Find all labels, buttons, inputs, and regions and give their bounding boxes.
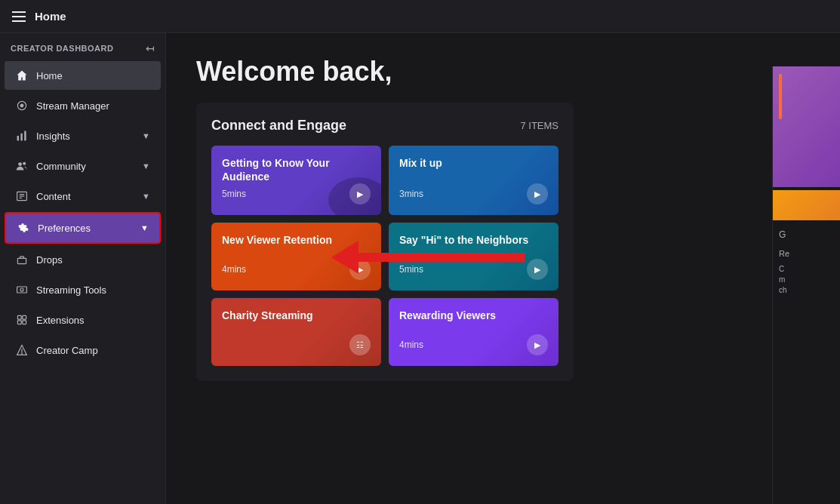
sidebar-item-community-label: Community — [36, 161, 134, 172]
card-new-viewer-duration: 4mins — [222, 264, 246, 275]
sidebar-item-streaming-tools[interactable]: Streaming Tools — [5, 275, 161, 304]
svg-rect-18 — [17, 315, 21, 319]
content-chevron-icon: ▼ — [142, 192, 150, 201]
right-panel-text-1: G — [773, 223, 840, 246]
sidebar-item-extensions[interactable]: Extensions — [5, 306, 161, 334]
svg-rect-20 — [17, 321, 21, 324]
welcome-heading: Welcome back, — [166, 33, 840, 103]
sidebar-item-preferences-label: Preferences — [38, 223, 133, 234]
card-rewarding-viewers-duration: 4mins — [399, 340, 423, 350]
community-chevron-icon: ▼ — [142, 161, 150, 171]
sidebar: CREATOR DASHBOARD ↤ Home Stream Manager … — [0, 33, 166, 504]
sidebar-item-content[interactable]: Content ▼ — [5, 182, 161, 211]
card-mix-it-up-duration: 3mins — [399, 189, 423, 199]
topbar: Home — [0, 0, 840, 33]
right-panel-text-3: Cmch — [773, 261, 840, 299]
svg-rect-16 — [17, 287, 27, 293]
card-rewarding-viewers-footer: 4mins ▶ — [399, 334, 548, 355]
creator-camp-icon — [15, 343, 29, 357]
card-charity-streaming-title: Charity Streaming — [222, 309, 371, 322]
cards-grid: Getting to Know Your Audience 5mins ▶ Mi… — [211, 146, 558, 366]
sidebar-item-home-label: Home — [36, 70, 150, 81]
svg-point-6 — [23, 162, 26, 165]
card-mix-it-up-footer: 3mins ▶ — [399, 183, 548, 204]
connect-count: 7 ITEMS — [520, 120, 558, 131]
sidebar-item-creator-camp-label: Creator Camp — [36, 345, 150, 356]
card-new-viewer-footer: 4mins ▶ — [222, 259, 371, 280]
topbar-title: Home — [35, 10, 66, 23]
card-getting-to-know[interactable]: Getting to Know Your Audience 5mins ▶ — [211, 146, 381, 215]
stream-manager-icon — [15, 99, 29, 112]
right-panel-card-1 — [773, 66, 840, 187]
main-layout: CREATOR DASHBOARD ↤ Home Stream Manager … — [0, 33, 840, 504]
right-edge-panel: G Re Cmch — [772, 66, 840, 504]
card-charity-streaming-doc[interactable]: ☷ — [349, 334, 371, 355]
card-getting-to-know-footer: 5mins ▶ — [222, 183, 371, 204]
card-charity-streaming[interactable]: Charity Streaming ☷ — [211, 298, 381, 366]
drops-icon — [15, 253, 29, 266]
home-icon — [15, 69, 29, 82]
sidebar-header-label: CREATOR DASHBOARD — [11, 44, 113, 53]
insights-icon — [15, 129, 29, 143]
content-area: Welcome back, Connect and Engage 7 ITEMS… — [166, 33, 840, 504]
sidebar-collapse-button[interactable]: ↤ — [146, 42, 155, 54]
svg-rect-3 — [20, 134, 22, 141]
content-icon — [15, 189, 29, 203]
svg-point-5 — [18, 162, 22, 166]
right-panel-text-2: Re — [773, 246, 840, 261]
card-mix-it-up[interactable]: Mix it up 3mins ▶ — [389, 146, 558, 215]
card-say-hi[interactable]: Say "Hi" to the Neighbors 5mins ▶ — [389, 223, 558, 290]
sidebar-item-home[interactable]: Home — [5, 61, 161, 90]
streaming-tools-icon — [15, 283, 29, 297]
preferences-chevron-icon: ▼ — [140, 223, 149, 232]
svg-rect-21 — [23, 321, 26, 324]
connect-section: Connect and Engage 7 ITEMS Getting to Kn… — [196, 103, 574, 381]
sidebar-header: CREATOR DASHBOARD ↤ — [0, 33, 165, 60]
sidebar-item-insights[interactable]: Insights ▼ — [5, 121, 161, 150]
sidebar-item-community[interactable]: Community ▼ — [5, 152, 161, 180]
card-new-viewer-play[interactable]: ▶ — [349, 259, 371, 280]
sidebar-item-insights-label: Insights — [36, 131, 134, 142]
svg-point-17 — [20, 288, 23, 291]
sidebar-item-drops[interactable]: Drops — [5, 245, 161, 274]
sidebar-item-stream-manager[interactable]: Stream Manager — [5, 91, 161, 120]
card-say-hi-footer: 5mins ▶ — [399, 259, 548, 280]
sidebar-item-preferences[interactable]: Preferences ▼ — [5, 212, 161, 244]
card-rewarding-viewers-play[interactable]: ▶ — [527, 334, 548, 355]
extensions-icon — [15, 313, 29, 327]
right-panel-card-2 — [773, 190, 840, 220]
card-say-hi-play[interactable]: ▶ — [527, 259, 548, 280]
preferences-icon — [17, 221, 30, 235]
card-rewarding-viewers-title: Rewarding Viewers — [399, 309, 548, 322]
card-getting-to-know-title: Getting to Know Your Audience — [222, 156, 371, 183]
sidebar-item-streaming-tools-label: Streaming Tools — [36, 284, 150, 296]
sidebar-item-extensions-label: Extensions — [36, 315, 150, 326]
connect-header: Connect and Engage 7 ITEMS — [211, 118, 558, 134]
card-mix-it-up-play[interactable]: ▶ — [527, 183, 548, 204]
sidebar-item-creator-camp[interactable]: Creator Camp — [5, 336, 161, 364]
sidebar-item-stream-manager-label: Stream Manager — [36, 100, 150, 112]
card-say-hi-duration: 5mins — [399, 264, 423, 275]
card-rewarding-viewers[interactable]: Rewarding Viewers 4mins ▶ — [389, 298, 558, 366]
svg-rect-19 — [23, 315, 26, 319]
svg-rect-12 — [17, 258, 26, 263]
card-mix-it-up-title: Mix it up — [399, 156, 548, 170]
card-getting-to-know-duration: 5mins — [222, 189, 246, 199]
card-new-viewer-title: New Viewer Retention — [222, 233, 371, 247]
card-say-hi-title: Say "Hi" to the Neighbors — [399, 233, 548, 247]
card-charity-streaming-footer: ☷ — [222, 334, 371, 355]
sidebar-item-drops-label: Drops — [36, 254, 150, 266]
hamburger-menu-button[interactable] — [12, 11, 26, 22]
svg-rect-4 — [24, 131, 26, 141]
svg-point-0 — [20, 104, 24, 108]
community-icon — [15, 159, 29, 173]
svg-rect-2 — [17, 136, 19, 140]
card-new-viewer[interactable]: New Viewer Retention 4mins ▶ — [211, 223, 381, 290]
sidebar-item-content-label: Content — [36, 191, 134, 202]
insights-chevron-icon: ▼ — [142, 131, 150, 140]
card-getting-to-know-play[interactable]: ▶ — [349, 183, 371, 204]
connect-title: Connect and Engage — [211, 118, 346, 134]
